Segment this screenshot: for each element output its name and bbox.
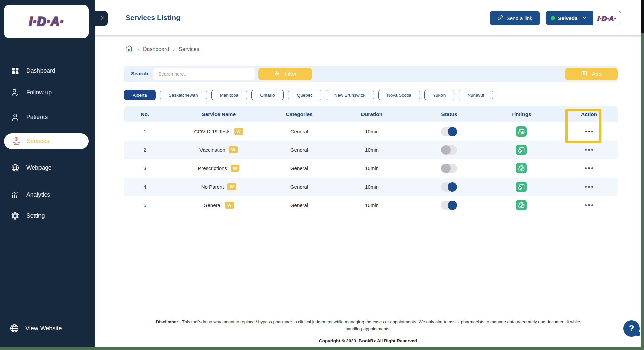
cell-action <box>561 129 618 135</box>
row-actions-button[interactable] <box>583 147 595 153</box>
sidebar-collapse-button[interactable] <box>95 11 108 26</box>
cell-category: General <box>271 129 327 134</box>
cell-action <box>561 184 618 190</box>
services-icon <box>11 136 21 146</box>
toggle-knob <box>448 127 457 136</box>
cell-action <box>561 202 618 208</box>
main-area: Services Listing Send a link Selveda I·D… <box>95 0 641 347</box>
table-row: 1COVID-19 TestsWGeneral10min <box>124 122 618 141</box>
status-toggle[interactable] <box>441 127 457 136</box>
timings-icon[interactable] <box>516 200 527 210</box>
ida-logo: I·D·A· <box>18 12 75 31</box>
province-tab-alberta[interactable]: Alberta <box>124 90 156 100</box>
timings-icon[interactable] <box>516 182 527 192</box>
province-tab-nunavut[interactable]: Nunavut <box>459 90 493 100</box>
status-toggle[interactable] <box>441 145 457 155</box>
breadcrumb-services[interactable]: Services <box>179 46 199 52</box>
timings-icon[interactable] <box>516 163 527 173</box>
svg-text:I·D·A·: I·D·A· <box>29 15 64 28</box>
header-brand-logo: I·D·A· <box>593 11 621 25</box>
cell-status <box>417 145 482 155</box>
cell-action <box>561 147 618 153</box>
account-dropdown[interactable]: Selveda <box>546 11 593 25</box>
cell-timings <box>482 182 561 192</box>
sidebar-item-services[interactable]: Services <box>4 133 89 149</box>
cell-duration: 10min <box>327 165 416 171</box>
row-actions-button[interactable] <box>583 129 595 135</box>
status-toggle[interactable] <box>441 201 457 210</box>
row-actions-button[interactable] <box>583 184 595 190</box>
province-tab-yukon[interactable]: Yukon <box>424 90 455 100</box>
cell-action <box>561 165 618 171</box>
collapse-arrow-icon <box>98 14 105 23</box>
online-status-dot <box>551 16 555 20</box>
cell-timings <box>482 200 561 210</box>
cell-category: General <box>271 147 327 153</box>
breadcrumb-separator: › <box>173 46 175 52</box>
service-name: No Parent <box>201 184 224 190</box>
cell-duration: 10min <box>327 129 416 134</box>
w-badge: W <box>229 146 238 153</box>
services-table: No.Service NameCategoriesDurationStatusT… <box>124 106 618 214</box>
province-tab-new-brunswick[interactable]: New Brunswick <box>326 90 374 100</box>
page-title: Services Listing <box>126 14 180 22</box>
cell-status <box>417 182 482 192</box>
sidebar-item-patients[interactable]: Patients <box>0 110 95 124</box>
timings-icon[interactable] <box>516 126 527 137</box>
add-service-button[interactable]: Add <box>565 68 618 80</box>
column-header-duration: Duration <box>327 111 416 117</box>
cell-service-name: PrescriptionsW <box>166 165 271 172</box>
search-input[interactable] <box>153 68 255 80</box>
table-row: 3PrescriptionsWGeneral10min <box>124 159 618 178</box>
sidebar-item-analytics[interactable]: Analytics <box>0 187 95 202</box>
filter-label: Filter <box>285 71 297 77</box>
table-body: 1COVID-19 TestsWGeneral10min2Vaccination… <box>124 122 618 214</box>
column-header-no-: No. <box>124 111 166 117</box>
cell-no: 4 <box>124 184 166 190</box>
row-actions-button[interactable] <box>583 202 595 208</box>
disclaimer-label: Disclimber <box>156 319 178 324</box>
breadcrumb-dashboard[interactable]: Dashboard <box>143 46 169 52</box>
w-badge: W <box>225 202 234 209</box>
filter-button[interactable]: Filter <box>258 68 312 80</box>
sidebar-item-view-website[interactable]: View Website <box>0 320 95 336</box>
toggle-knob <box>441 145 451 155</box>
w-badge: W <box>227 183 236 190</box>
w-badge: W <box>234 128 243 135</box>
cell-category: General <box>271 184 327 190</box>
account-name: Selveda <box>558 15 578 21</box>
calendar-plus-icon <box>581 70 588 78</box>
bottom-green-bar <box>0 347 644 350</box>
row-actions-button[interactable] <box>583 165 595 171</box>
service-name: Vaccination <box>199 147 225 153</box>
send-link-button[interactable]: Send a link <box>490 11 540 25</box>
province-tab-ontario[interactable]: Ontario <box>251 90 284 100</box>
cell-service-name: GeneralW <box>166 202 271 209</box>
cell-no: 2 <box>124 147 166 153</box>
dashboard-icon <box>11 66 20 75</box>
copyright-text: Copyright © 2023. BookRx All Right Reser… <box>95 338 641 343</box>
home-icon[interactable] <box>125 44 133 54</box>
chevron-down-icon <box>581 15 587 22</box>
province-tab-quebec[interactable]: Quebec <box>288 90 321 100</box>
sidebar-logo-card[interactable]: I·D·A· <box>4 5 89 38</box>
status-toggle[interactable] <box>441 164 457 173</box>
sidebar-item-follow-up[interactable]: Follow up <box>0 85 95 100</box>
account-menu[interactable]: Selveda I·D·A· <box>546 11 621 25</box>
right-edge-dark-strip <box>641 0 644 33</box>
province-tab-saskatchewan[interactable]: Saskatchewan <box>160 90 207 100</box>
help-button[interactable]: ? <box>623 320 640 337</box>
sidebar-item-dashboard[interactable]: Dashboard <box>0 63 95 78</box>
cell-category: General <box>271 165 327 171</box>
province-tab-manitoba[interactable]: Manitoba <box>211 90 247 100</box>
status-toggle[interactable] <box>441 182 457 192</box>
cell-no: 1 <box>124 129 166 134</box>
timings-icon[interactable] <box>516 145 527 155</box>
sidebar-item-setting[interactable]: Setting <box>0 208 95 223</box>
cell-status <box>417 127 482 136</box>
sidebar-item-webpage[interactable]: Webpage <box>0 160 95 175</box>
toggle-knob <box>448 201 457 210</box>
province-tab-nova-scotia[interactable]: Nova Scotia <box>378 90 420 100</box>
breadcrumb: › Dashboard › Services <box>125 44 199 54</box>
sidebar: I·D·A· DashboardFollow upPatientsService… <box>0 0 95 347</box>
